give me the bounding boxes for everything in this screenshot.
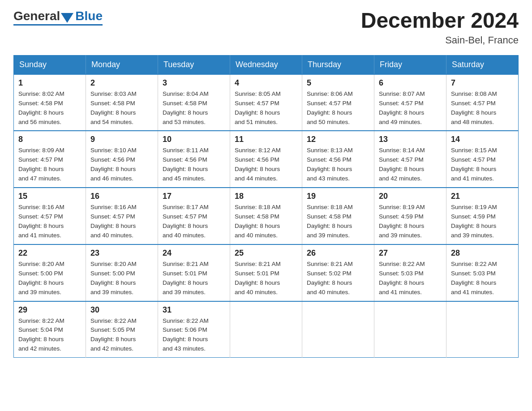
day-info: Sunrise: 8:12 AM Sunset: 4:56 PM Dayligh…	[235, 146, 297, 184]
table-row: 1 Sunrise: 8:02 AM Sunset: 4:58 PM Dayli…	[14, 74, 86, 131]
day-number: 25	[235, 248, 297, 258]
day-info: Sunrise: 8:11 AM Sunset: 4:56 PM Dayligh…	[163, 146, 225, 184]
logo-general-text: General	[13, 9, 60, 23]
day-info: Sunrise: 8:19 AM Sunset: 4:59 PM Dayligh…	[379, 203, 442, 240]
day-number: 7	[451, 78, 514, 88]
day-number: 5	[307, 78, 369, 88]
day-number: 16	[90, 192, 153, 201]
table-row: 25 Sunrise: 8:21 AM Sunset: 5:01 PM Dayl…	[230, 244, 302, 301]
table-row: 19 Sunrise: 8:18 AM Sunset: 4:58 PM Dayl…	[302, 188, 374, 244]
table-row: 26 Sunrise: 8:21 AM Sunset: 5:02 PM Dayl…	[302, 244, 374, 301]
day-number: 2	[90, 78, 153, 88]
page-header: General Blue December 2024 Sain-Bel, Fra…	[13, 9, 519, 46]
day-number: 20	[379, 192, 442, 201]
col-sunday: Sunday	[14, 55, 86, 74]
day-info: Sunrise: 8:03 AM Sunset: 4:58 PM Dayligh…	[90, 90, 153, 127]
day-info: Sunrise: 8:21 AM Sunset: 5:02 PM Dayligh…	[307, 260, 369, 297]
table-row	[374, 301, 446, 358]
table-row	[446, 301, 519, 358]
table-row: 31 Sunrise: 8:22 AM Sunset: 5:06 PM Dayl…	[158, 301, 230, 358]
table-row	[302, 301, 374, 358]
day-info: Sunrise: 8:18 AM Sunset: 4:58 PM Dayligh…	[235, 203, 297, 240]
calendar-week-row: 29 Sunrise: 8:22 AM Sunset: 5:04 PM Dayl…	[14, 301, 519, 358]
table-row	[230, 301, 302, 358]
day-number: 11	[235, 135, 297, 144]
day-info: Sunrise: 8:07 AM Sunset: 4:57 PM Dayligh…	[379, 90, 442, 127]
day-info: Sunrise: 8:15 AM Sunset: 4:57 PM Dayligh…	[451, 146, 514, 184]
day-number: 19	[307, 192, 369, 201]
day-number: 9	[90, 135, 153, 144]
day-number: 10	[163, 135, 225, 144]
day-number: 15	[18, 192, 81, 201]
day-info: Sunrise: 8:21 AM Sunset: 5:01 PM Dayligh…	[163, 260, 225, 297]
day-number: 3	[163, 78, 225, 88]
logo-underline	[13, 24, 103, 26]
day-info: Sunrise: 8:04 AM Sunset: 4:58 PM Dayligh…	[163, 90, 225, 127]
day-number: 29	[18, 305, 81, 315]
day-number: 27	[379, 248, 442, 258]
col-monday: Monday	[86, 55, 158, 74]
day-info: Sunrise: 8:05 AM Sunset: 4:57 PM Dayligh…	[235, 90, 297, 127]
table-row: 21 Sunrise: 8:19 AM Sunset: 4:59 PM Dayl…	[446, 188, 519, 244]
day-number: 14	[451, 135, 514, 144]
day-number: 31	[163, 305, 225, 315]
day-number: 8	[18, 135, 81, 144]
table-row: 30 Sunrise: 8:22 AM Sunset: 5:05 PM Dayl…	[86, 301, 158, 358]
day-number: 22	[18, 248, 81, 258]
day-info: Sunrise: 8:16 AM Sunset: 4:57 PM Dayligh…	[90, 203, 153, 240]
table-row: 12 Sunrise: 8:13 AM Sunset: 4:56 PM Dayl…	[302, 131, 374, 188]
table-row: 22 Sunrise: 8:20 AM Sunset: 5:00 PM Dayl…	[14, 244, 86, 301]
day-info: Sunrise: 8:06 AM Sunset: 4:57 PM Dayligh…	[307, 90, 369, 127]
day-number: 12	[307, 135, 369, 144]
title-block: December 2024 Sain-Bel, France	[361, 9, 519, 46]
logo-blue-text: Blue	[75, 9, 103, 23]
table-row: 6 Sunrise: 8:07 AM Sunset: 4:57 PM Dayli…	[374, 74, 446, 131]
logo-triangle-icon	[61, 13, 73, 23]
table-row: 23 Sunrise: 8:20 AM Sunset: 5:00 PM Dayl…	[86, 244, 158, 301]
table-row: 17 Sunrise: 8:17 AM Sunset: 4:57 PM Dayl…	[158, 188, 230, 244]
col-thursday: Thursday	[302, 55, 374, 74]
calendar-header-row: Sunday Monday Tuesday Wednesday Thursday…	[14, 55, 519, 74]
col-saturday: Saturday	[446, 55, 519, 74]
logo: General Blue	[13, 9, 103, 26]
day-number: 13	[379, 135, 442, 144]
day-info: Sunrise: 8:22 AM Sunset: 5:05 PM Dayligh…	[90, 317, 153, 354]
table-row: 24 Sunrise: 8:21 AM Sunset: 5:01 PM Dayl…	[158, 244, 230, 301]
day-info: Sunrise: 8:13 AM Sunset: 4:56 PM Dayligh…	[307, 146, 369, 184]
table-row: 3 Sunrise: 8:04 AM Sunset: 4:58 PM Dayli…	[158, 74, 230, 131]
day-info: Sunrise: 8:02 AM Sunset: 4:58 PM Dayligh…	[18, 90, 81, 127]
table-row: 9 Sunrise: 8:10 AM Sunset: 4:56 PM Dayli…	[86, 131, 158, 188]
day-number: 1	[18, 78, 81, 88]
day-number: 21	[451, 192, 514, 201]
day-info: Sunrise: 8:08 AM Sunset: 4:57 PM Dayligh…	[451, 90, 514, 127]
calendar-week-row: 22 Sunrise: 8:20 AM Sunset: 5:00 PM Dayl…	[14, 244, 519, 301]
day-info: Sunrise: 8:22 AM Sunset: 5:03 PM Dayligh…	[379, 260, 442, 297]
day-info: Sunrise: 8:22 AM Sunset: 5:03 PM Dayligh…	[451, 260, 514, 297]
day-number: 6	[379, 78, 442, 88]
col-friday: Friday	[374, 55, 446, 74]
table-row: 10 Sunrise: 8:11 AM Sunset: 4:56 PM Dayl…	[158, 131, 230, 188]
day-number: 23	[90, 248, 153, 258]
day-number: 17	[163, 192, 225, 201]
day-number: 26	[307, 248, 369, 258]
day-info: Sunrise: 8:20 AM Sunset: 5:00 PM Dayligh…	[90, 260, 153, 297]
day-number: 18	[235, 192, 297, 201]
day-info: Sunrise: 8:16 AM Sunset: 4:57 PM Dayligh…	[18, 203, 81, 240]
table-row: 16 Sunrise: 8:16 AM Sunset: 4:57 PM Dayl…	[86, 188, 158, 244]
day-info: Sunrise: 8:22 AM Sunset: 5:06 PM Dayligh…	[163, 317, 225, 354]
page-subtitle: Sain-Bel, France	[361, 34, 519, 46]
table-row: 8 Sunrise: 8:09 AM Sunset: 4:57 PM Dayli…	[14, 131, 86, 188]
table-row: 7 Sunrise: 8:08 AM Sunset: 4:57 PM Dayli…	[446, 74, 519, 131]
day-number: 30	[90, 305, 153, 315]
table-row: 13 Sunrise: 8:14 AM Sunset: 4:57 PM Dayl…	[374, 131, 446, 188]
day-info: Sunrise: 8:10 AM Sunset: 4:56 PM Dayligh…	[90, 146, 153, 184]
day-number: 4	[235, 78, 297, 88]
calendar-table: Sunday Monday Tuesday Wednesday Thursday…	[13, 55, 519, 358]
day-info: Sunrise: 8:17 AM Sunset: 4:57 PM Dayligh…	[163, 203, 225, 240]
day-info: Sunrise: 8:14 AM Sunset: 4:57 PM Dayligh…	[379, 146, 442, 184]
day-info: Sunrise: 8:18 AM Sunset: 4:58 PM Dayligh…	[307, 203, 369, 240]
table-row: 20 Sunrise: 8:19 AM Sunset: 4:59 PM Dayl…	[374, 188, 446, 244]
table-row: 11 Sunrise: 8:12 AM Sunset: 4:56 PM Dayl…	[230, 131, 302, 188]
table-row: 27 Sunrise: 8:22 AM Sunset: 5:03 PM Dayl…	[374, 244, 446, 301]
table-row: 18 Sunrise: 8:18 AM Sunset: 4:58 PM Dayl…	[230, 188, 302, 244]
